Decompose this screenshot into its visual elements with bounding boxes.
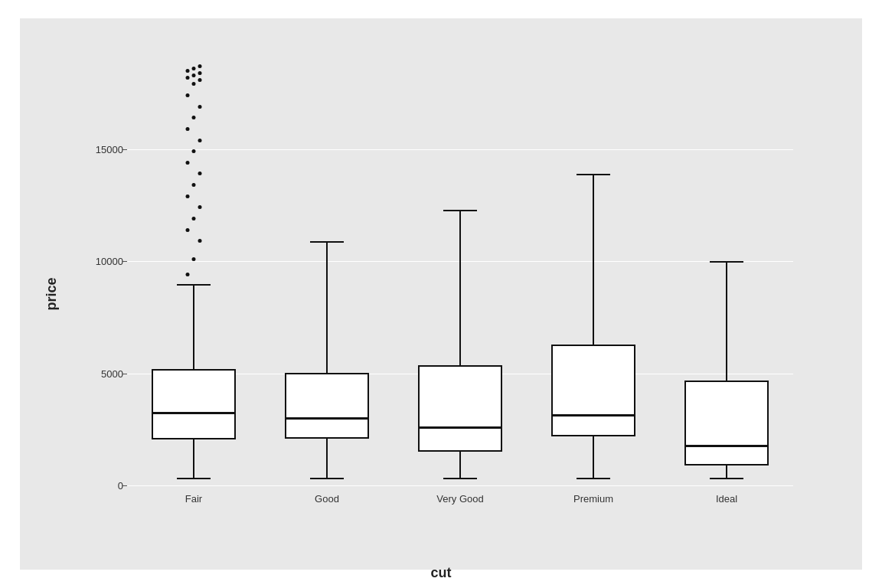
- outlier-point: [198, 139, 202, 142]
- outlier-point: [186, 161, 190, 165]
- chart-container: price cut 050001000015000FairGoodVery Go…: [20, 18, 862, 570]
- outlier-point: [198, 172, 202, 175]
- box-rect: [285, 373, 369, 439]
- upper-whisker: [593, 174, 594, 344]
- upper-whisker: [726, 261, 727, 381]
- x-tick-label-good: Good: [315, 493, 339, 505]
- outlier-point: [192, 183, 196, 187]
- outlier-point: [198, 105, 202, 109]
- outlier-point: [186, 273, 190, 276]
- upper-whisker: [459, 210, 461, 365]
- median-line: [551, 414, 635, 416]
- outlier-point: [198, 71, 202, 75]
- outlier-point: [186, 93, 190, 97]
- x-tick-label-ideal: Ideal: [716, 493, 737, 505]
- chart-area: price cut 050001000015000FairGoodVery Go…: [74, 49, 808, 539]
- x-axis-label: cut: [431, 565, 452, 581]
- lower-whisker-cap: [177, 478, 211, 479]
- plot-area: 050001000015000FairGoodVery GoodPremiumI…: [127, 64, 793, 485]
- median-line: [285, 417, 369, 420]
- x-tick-label-premium: Premium: [573, 493, 613, 505]
- box-rect: [684, 381, 769, 466]
- median-line: [418, 426, 502, 429]
- box-rect: [152, 369, 236, 439]
- upper-whisker-cap: [177, 284, 211, 286]
- lower-whisker-cap: [710, 478, 743, 479]
- outlier-point: [192, 74, 196, 77]
- outlier-point: [192, 149, 196, 153]
- lower-whisker: [593, 436, 594, 478]
- y-axis-label: price: [44, 277, 60, 310]
- upper-whisker-cap: [710, 261, 743, 263]
- y-tick-label: 15000: [85, 144, 123, 155]
- outlier-point: [186, 69, 190, 73]
- y-tick-label: 5000: [85, 368, 123, 379]
- outlier-point: [198, 78, 202, 82]
- outlier-point: [198, 205, 202, 209]
- lower-whisker: [726, 466, 727, 478]
- x-tick-label-fair: Fair: [185, 493, 202, 505]
- upper-whisker: [193, 284, 194, 369]
- outlier-point: [198, 64, 202, 68]
- outlier-point: [192, 82, 196, 86]
- lower-whisker-cap: [577, 478, 610, 479]
- box-rect: [418, 365, 502, 452]
- outlier-point: [192, 217, 196, 220]
- y-tick-label: 0: [85, 480, 123, 492]
- lower-whisker-cap: [310, 478, 344, 479]
- upper-whisker-cap: [577, 174, 610, 175]
- outlier-point: [192, 116, 196, 119]
- grid-line: [127, 485, 793, 486]
- lower-whisker: [459, 452, 461, 478]
- outlier-point: [192, 257, 196, 261]
- box-rect: [551, 345, 635, 436]
- outlier-point: [186, 76, 190, 80]
- upper-whisker: [326, 241, 328, 373]
- upper-whisker-cap: [443, 210, 477, 211]
- upper-whisker-cap: [310, 241, 344, 243]
- grid-line: [127, 149, 793, 150]
- outlier-point: [186, 194, 190, 198]
- x-tick-label-very-good: Very Good: [436, 493, 483, 505]
- outlier-point: [198, 239, 202, 243]
- median-line: [684, 445, 769, 447]
- lower-whisker: [326, 439, 328, 479]
- lower-whisker-cap: [443, 478, 477, 479]
- median-line: [152, 412, 236, 414]
- y-tick-label: 10000: [85, 256, 123, 267]
- outlier-point: [186, 127, 190, 131]
- lower-whisker: [193, 439, 194, 478]
- outlier-point: [192, 67, 196, 70]
- outlier-point: [186, 228, 190, 232]
